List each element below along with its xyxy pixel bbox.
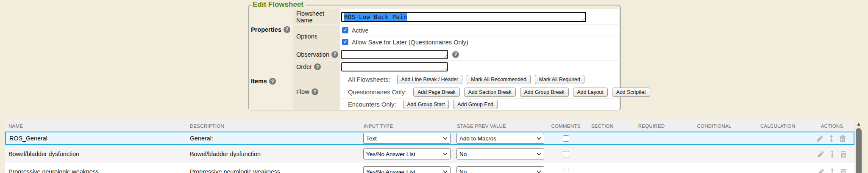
table-header-row: NAME DESCRIPTION INPUT TYPE STAGE PREV V… [5,120,854,132]
allow-save-option-row: ✓ Allow Save for Later (Questionnaires O… [340,36,619,48]
order-input[interactable] [341,62,448,71]
column-header-description: DESCRIPTION [186,124,360,129]
item-name: ROS_General [6,135,186,142]
chevron-down-icon [443,170,448,173]
flow-label: Flow ? [293,73,340,110]
encounters-only-label: Encounters Only: [348,101,396,108]
add-group-start-button[interactable]: Add Group Start [403,100,449,109]
column-header-input-type: INPUT TYPE [360,124,453,129]
help-icon[interactable]: ? [284,26,290,33]
move-updown-icon[interactable] [830,168,835,173]
stage-prev-value-select[interactable]: Add to Macros [456,133,544,144]
help-icon[interactable]: ? [314,63,321,70]
edit-pencil-icon[interactable] [817,151,824,158]
all-flowsheets-row: All Flowsheets: Add Line Break / Header … [340,73,619,86]
help-icon[interactable]: ? [269,78,276,85]
delete-trash-icon[interactable] [840,168,847,173]
resize-grip-icon[interactable] [443,54,447,58]
input-type-select[interactable]: Yes/No Answer List [363,166,451,173]
column-header-actions: ACTIONS [810,124,854,129]
actions-cell [810,151,854,158]
flowsheet-name-row: ROS-Low Back Pain [340,9,619,25]
table-row[interactable]: ROS_General General: Text Add to Macros [5,132,854,145]
help-icon[interactable]: ? [452,51,459,58]
flowsheet-name-label: Flowsheet Name [293,9,340,25]
add-line-break-header-button[interactable]: Add Line Break / Header [397,75,463,84]
column-header-calculation: CALCULATION [746,124,810,129]
stage-prev-value-select[interactable]: No [456,166,544,173]
active-checkbox-label: Active [352,27,369,34]
add-group-end-button[interactable]: Add Group End [453,100,498,109]
column-header-conditional: CONDITIONAL [682,124,746,129]
all-flowsheets-label: All Flowsheets: [348,76,390,83]
item-description: Progressive neurologic weakness [186,168,360,173]
options-label: Options [293,25,340,48]
questionnaires-only-row: Questionnaires Only: Add Page Break Add … [340,86,619,99]
mark-all-required-button[interactable]: Mark All Required [535,75,584,84]
resize-grip-icon[interactable] [581,17,585,21]
input-type-select[interactable]: Text [363,133,451,144]
allow-save-checkbox-label: Allow Save for Later (Questionnaires Onl… [352,39,468,46]
column-header-comments: COMMENTS [548,124,584,129]
item-description: General: [186,135,360,142]
edit-pencil-icon[interactable] [817,168,824,173]
comments-checkbox[interactable] [563,169,569,173]
flowsheet-name-input[interactable]: ROS-Low Back Pain [341,12,586,22]
scrollbar-thumb[interactable] [856,128,862,173]
column-header-required: REQUIRED [620,124,682,129]
add-scriptlet-button[interactable]: Add Scriptlet [612,88,650,97]
edit-flowsheet-page: Edit Flowsheet Properties ? Items ? Flow… [0,0,868,173]
item-name: Bowel/bladder dysfunction [5,151,186,157]
order-row [340,61,619,73]
column-header-stage-prev-value: STAGE PREV VALUE [453,124,548,129]
edit-flowsheet-form: Edit Flowsheet Properties ? Items ? Flow… [248,5,621,110]
add-layout-button[interactable]: Add Layout [573,88,608,97]
move-updown-icon[interactable] [830,151,835,158]
chevron-down-icon [443,137,448,140]
allow-save-checkbox[interactable]: ✓ [342,39,348,45]
item-description: Bowel/bladder dysfunction [186,151,360,157]
flowsheet-items-table: NAME DESCRIPTION INPUT TYPE STAGE PREV V… [5,120,854,173]
add-section-break-button[interactable]: Add Section Break [464,88,516,97]
mark-all-recommended-button[interactable]: Mark All Recommended [467,75,531,84]
stage-prev-value-select[interactable]: No [456,148,544,159]
comments-checkbox[interactable] [563,151,569,157]
scrollbar-up-button[interactable]: ▲ [855,121,862,126]
column-header-section: SECTION [584,124,620,129]
items-group-label: Items ? [249,73,293,110]
actions-cell [810,168,854,173]
edit-pencil-icon[interactable] [816,135,823,142]
selected-text: ROS-Low Back Pain [344,13,407,21]
group-spacer [249,48,293,73]
help-icon[interactable]: ? [312,88,318,95]
delete-trash-icon[interactable] [840,151,847,158]
observation-input[interactable] [341,50,448,59]
chevron-down-icon [537,170,541,173]
chevron-down-icon [443,153,448,156]
add-page-break-button[interactable]: Add Page Break [413,88,460,97]
comments-checkbox[interactable] [563,135,569,142]
chevron-down-icon [537,137,541,140]
observation-row: ? [340,48,619,61]
order-label: Order ? [293,61,340,73]
table-row[interactable]: Progressive neurologic weakness Progress… [5,163,854,173]
form-grid: Properties ? Items ? Flowsheet Name Opti… [249,9,620,110]
input-type-select[interactable]: Yes/No Answer List [363,148,451,159]
observation-label: Observation ? [293,48,340,61]
table-row[interactable]: Bowel/bladder dysfunction Bowel/bladder … [5,145,854,163]
column-header-name: NAME [5,124,186,129]
questionnaires-only-label: Questionnaires Only: [348,89,406,96]
help-icon[interactable]: ? [331,51,338,58]
move-updown-icon[interactable] [829,135,834,142]
properties-group-label: Properties ? [249,9,293,48]
add-group-break-button[interactable]: Add Group Break [520,88,569,97]
encounters-only-row: Encounters Only: Add Group Start Add Gro… [340,99,619,110]
chevron-down-icon [537,153,541,156]
resize-grip-icon[interactable] [443,66,447,70]
actions-cell [810,135,853,142]
active-option-row: ✓ Active [340,25,619,36]
delete-trash-icon[interactable] [839,135,846,142]
form-legend: Edit Flowsheet [252,0,306,9]
active-checkbox[interactable]: ✓ [342,27,348,33]
item-name: Progressive neurologic weakness [5,168,186,173]
